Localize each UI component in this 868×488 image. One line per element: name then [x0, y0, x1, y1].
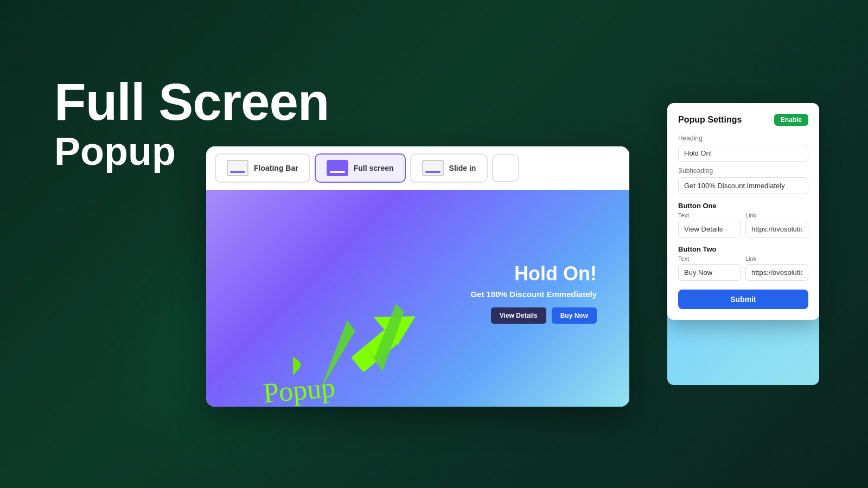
popup-handwriting-label: Popup [262, 371, 337, 409]
tab-slide-in[interactable]: Slide in [410, 153, 488, 183]
tab-full-screen-label: Full screen [354, 164, 394, 172]
btn1-text-group: Text [678, 212, 741, 237]
button-one-title: Button One [678, 202, 808, 210]
tab-floating-bar[interactable]: Floating Bar [215, 153, 310, 183]
btn2-text-input[interactable] [678, 264, 741, 281]
btn1-link-label: Link [745, 212, 808, 219]
popup-subheading: Get 100% Discount Emmediately [470, 290, 597, 299]
btn2-link-input[interactable] [745, 264, 808, 281]
svg-rect-3 [293, 323, 303, 381]
settings-panel: Popup Settings Enable Heading Subheading… [667, 103, 819, 320]
popup-subheading-suffix: Discount Emmediately [507, 290, 597, 299]
button-two-title: Button Two [678, 245, 808, 253]
main-title: Full Screen [54, 76, 329, 128]
heading-input[interactable] [678, 145, 808, 162]
tab-slide-in-icon [422, 160, 444, 176]
btn2-text-group: Text [678, 255, 741, 281]
btn1-text-input[interactable] [678, 221, 741, 237]
subheading-field-group: Subheading [678, 167, 808, 194]
heading-field-label: Heading [678, 134, 808, 142]
btn2-link-label: Link [745, 255, 808, 262]
btn1-link-input[interactable] [745, 221, 808, 237]
popup-buy-now-button[interactable]: Buy Now [552, 307, 597, 324]
popup-buttons: View Details Buy Now [491, 307, 597, 324]
button-two-fields: Text Link [678, 255, 808, 281]
tab-bar: Floating Bar Full screen Slide in [206, 146, 629, 190]
subheading-field-label: Subheading [678, 167, 808, 175]
popup-view-details-button[interactable]: View Details [491, 307, 546, 324]
heading-field-group: Heading [678, 134, 808, 162]
popup-subheading-bold: 100% [487, 290, 507, 299]
settings-panel-title: Popup Settings [678, 115, 742, 125]
tab-floating-bar-label: Floating Bar [254, 164, 298, 172]
btn2-text-label: Text [678, 255, 741, 262]
enable-badge[interactable]: Enable [774, 114, 808, 126]
btn2-link-group: Link [745, 255, 808, 281]
popup-heading: Hold On! [514, 262, 597, 285]
button-one-fields: Text Link [678, 212, 808, 237]
btn1-text-label: Text [678, 212, 741, 219]
submit-button[interactable]: Submit [678, 290, 808, 309]
tab-floating-bar-icon [227, 160, 248, 176]
tab-partial [492, 154, 519, 182]
tab-full-screen-icon [327, 160, 348, 176]
btn1-link-group: Link [745, 212, 808, 237]
tab-full-screen[interactable]: Full screen [315, 153, 406, 183]
settings-header: Popup Settings Enable [678, 114, 808, 126]
popup-subheading-prefix: Get [470, 290, 486, 299]
tab-slide-in-label: Slide in [449, 164, 476, 172]
subheading-input[interactable] [678, 177, 808, 194]
